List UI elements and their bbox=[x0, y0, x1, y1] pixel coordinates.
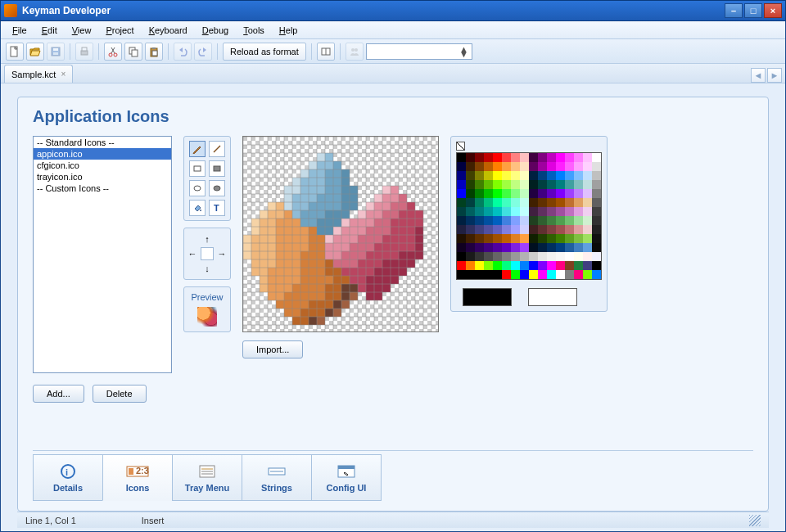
window-split-button[interactable] bbox=[317, 43, 335, 61]
color-swatch[interactable] bbox=[511, 153, 520, 162]
close-button[interactable]: × bbox=[764, 3, 782, 18]
color-swatch[interactable] bbox=[502, 180, 511, 189]
nudge-up[interactable]: ↑ bbox=[201, 232, 214, 246]
rect-tool[interactable] bbox=[189, 160, 206, 177]
color-swatch[interactable] bbox=[592, 198, 601, 207]
color-swatch[interactable] bbox=[538, 162, 547, 171]
color-swatch[interactable] bbox=[556, 216, 565, 225]
color-swatch[interactable] bbox=[583, 162, 592, 171]
filled-rect-tool[interactable] bbox=[209, 160, 225, 177]
color-swatch[interactable] bbox=[484, 216, 493, 225]
color-swatch[interactable] bbox=[547, 261, 556, 270]
color-swatch[interactable] bbox=[565, 180, 574, 189]
color-swatch[interactable] bbox=[592, 261, 601, 270]
menu-debug[interactable]: Debug bbox=[196, 24, 235, 37]
color-swatch[interactable] bbox=[565, 162, 574, 171]
titlebar[interactable]: Keyman Developer – □ × bbox=[0, 0, 786, 21]
color-swatch[interactable] bbox=[529, 162, 538, 171]
color-swatch[interactable] bbox=[538, 216, 547, 225]
color-swatch[interactable] bbox=[484, 243, 493, 252]
color-swatch[interactable] bbox=[493, 252, 502, 261]
color-swatch[interactable] bbox=[484, 198, 493, 207]
color-swatch[interactable] bbox=[466, 270, 475, 279]
color-swatch[interactable] bbox=[538, 234, 547, 243]
color-swatch[interactable] bbox=[565, 171, 574, 180]
menu-file[interactable]: File bbox=[6, 24, 34, 37]
color-swatch[interactable] bbox=[502, 198, 511, 207]
filled-ellipse-tool[interactable] bbox=[209, 180, 225, 196]
color-swatch[interactable] bbox=[457, 207, 466, 216]
color-swatch[interactable] bbox=[493, 180, 502, 189]
color-swatch[interactable] bbox=[556, 234, 565, 243]
list-item[interactable]: cfgicon.ico bbox=[34, 160, 171, 171]
color-swatch[interactable] bbox=[538, 180, 547, 189]
color-swatch[interactable] bbox=[484, 261, 493, 270]
color-swatch[interactable] bbox=[592, 234, 601, 243]
color-swatch[interactable] bbox=[484, 162, 493, 171]
color-swatch[interactable] bbox=[547, 207, 556, 216]
color-swatch[interactable] bbox=[493, 153, 502, 162]
color-swatch[interactable] bbox=[484, 234, 493, 243]
color-swatch[interactable] bbox=[592, 180, 601, 189]
color-swatch[interactable] bbox=[475, 189, 484, 198]
color-swatch[interactable] bbox=[574, 207, 583, 216]
color-swatch[interactable] bbox=[466, 180, 475, 189]
color-swatch[interactable] bbox=[511, 234, 520, 243]
color-swatch[interactable] bbox=[475, 153, 484, 162]
color-swatch[interactable] bbox=[511, 189, 520, 198]
color-swatch[interactable] bbox=[538, 270, 547, 279]
color-swatch[interactable] bbox=[538, 252, 547, 261]
color-swatch[interactable] bbox=[574, 252, 583, 261]
color-swatch[interactable] bbox=[493, 207, 502, 216]
color-swatch[interactable] bbox=[457, 261, 466, 270]
color-swatch[interactable] bbox=[457, 252, 466, 261]
color-swatch[interactable] bbox=[484, 153, 493, 162]
color-swatch[interactable] bbox=[511, 225, 520, 234]
color-swatch[interactable] bbox=[502, 234, 511, 243]
color-swatch[interactable] bbox=[565, 225, 574, 234]
color-swatch[interactable] bbox=[547, 216, 556, 225]
color-swatch[interactable] bbox=[592, 153, 601, 162]
color-swatch[interactable] bbox=[547, 153, 556, 162]
color-swatch[interactable] bbox=[583, 198, 592, 207]
color-swatch[interactable] bbox=[583, 153, 592, 162]
tab-config-ui[interactable]: Config UI bbox=[311, 454, 382, 501]
color-swatch[interactable] bbox=[457, 216, 466, 225]
color-swatch[interactable] bbox=[475, 252, 484, 261]
color-swatch[interactable] bbox=[565, 252, 574, 261]
color-swatch[interactable] bbox=[538, 261, 547, 270]
tab-details[interactable]: iDetails bbox=[33, 454, 103, 501]
color-swatch[interactable] bbox=[520, 234, 529, 243]
document-tab[interactable]: Sample.kct × bbox=[4, 65, 73, 83]
color-swatch[interactable] bbox=[565, 261, 574, 270]
color-swatch[interactable] bbox=[538, 243, 547, 252]
copy-button[interactable] bbox=[124, 43, 142, 61]
new-file-button[interactable] bbox=[6, 43, 24, 61]
color-swatch[interactable] bbox=[520, 225, 529, 234]
color-swatch[interactable] bbox=[529, 252, 538, 261]
paste-button[interactable] bbox=[145, 43, 163, 61]
color-swatch[interactable] bbox=[520, 261, 529, 270]
color-swatch[interactable] bbox=[502, 207, 511, 216]
tab-scroll-right[interactable]: ► bbox=[767, 68, 782, 83]
color-swatch[interactable] bbox=[547, 234, 556, 243]
color-swatch[interactable] bbox=[565, 243, 574, 252]
list-item[interactable]: appicon.ico bbox=[34, 148, 171, 160]
color-swatch[interactable] bbox=[457, 180, 466, 189]
color-swatch[interactable] bbox=[547, 198, 556, 207]
color-swatch[interactable] bbox=[466, 252, 475, 261]
color-swatch[interactable] bbox=[493, 171, 502, 180]
color-swatch[interactable] bbox=[538, 153, 547, 162]
color-swatch[interactable] bbox=[475, 261, 484, 270]
color-swatch[interactable] bbox=[529, 180, 538, 189]
color-swatch[interactable] bbox=[502, 189, 511, 198]
color-swatch[interactable] bbox=[583, 225, 592, 234]
menu-keyboard[interactable]: Keyboard bbox=[142, 24, 194, 37]
color-swatch[interactable] bbox=[466, 198, 475, 207]
color-swatch[interactable] bbox=[547, 171, 556, 180]
color-swatch[interactable] bbox=[592, 189, 601, 198]
color-swatch[interactable] bbox=[529, 243, 538, 252]
color-swatch[interactable] bbox=[493, 198, 502, 207]
color-swatch[interactable] bbox=[592, 171, 601, 180]
color-swatch[interactable] bbox=[538, 198, 547, 207]
